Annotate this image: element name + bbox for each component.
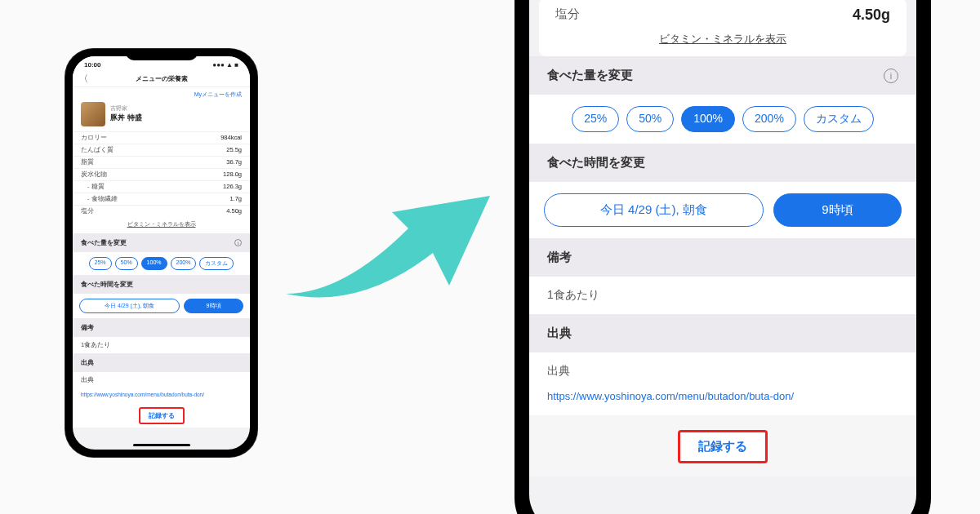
row-fat: 脂質36.7g — [73, 156, 250, 168]
amount-pills: 25% 50% 100% 200% カスタム — [73, 252, 250, 275]
notes-value: 1食あたり — [73, 337, 250, 353]
mymenu-link[interactable]: Myメニューを作成 — [73, 87, 250, 99]
big-pill-25[interactable]: 25% — [572, 106, 619, 132]
row-sugar: - 糖質126.3g — [73, 180, 250, 193]
big-vitamin-link[interactable]: ビタミン・ミネラルを表示 — [552, 27, 893, 48]
big-source-label: 出典 — [529, 352, 916, 390]
big-record-button[interactable]: 記録する — [678, 430, 768, 463]
food-name: 豚丼 特盛 — [110, 113, 142, 123]
big-pill-custom[interactable]: カスタム — [804, 106, 874, 132]
notch — [125, 49, 198, 60]
row-protein: たんぱく質25.5g — [73, 144, 250, 156]
row-salt: 塩分4.50g — [73, 205, 250, 217]
big-amount-pills: 25% 50% 100% 200% カスタム — [529, 95, 916, 144]
row-calorie: カロリー984kcal — [73, 131, 250, 144]
home-indicator — [133, 444, 190, 446]
big-btn-date-meal[interactable]: 今日 4/29 (土), 朝食 — [544, 193, 764, 227]
screen-big: 塩分4.50g ビタミン・ミネラルを表示 食べた量を変更i 25% 50% 10… — [529, 0, 916, 514]
phone-mockup-small: 10:00 ●●● ▲ ■ 〈 メニューの栄養素 Myメニューを作成 吉野家 豚… — [65, 49, 257, 457]
big-source-url[interactable]: https://www.yoshinoya.com/menu/butadon/b… — [529, 390, 916, 415]
big-pill-200[interactable]: 200% — [742, 106, 796, 132]
info-icon[interactable]: i — [884, 69, 898, 83]
btn-date-meal[interactable]: 今日 4/29 (土), 朝食 — [79, 299, 180, 313]
big-section-time: 食べた時間を変更 — [529, 144, 916, 182]
record-button[interactable]: 記録する — [139, 407, 185, 424]
big-section-source: 出典 — [529, 314, 916, 352]
pill-25[interactable]: 25% — [89, 257, 112, 270]
status-icons: ●●● ▲ ■ — [212, 61, 238, 69]
time-row: 今日 4/29 (土), 朝食 9時頃 — [73, 294, 250, 318]
back-icon[interactable]: 〈 — [79, 73, 88, 85]
source-url[interactable]: https://www.yoshinoya.com/menu/butadon/b… — [73, 388, 250, 402]
big-row-salt: 塩分4.50g — [552, 3, 893, 27]
vitamin-link[interactable]: ビタミン・ミネラルを表示 — [73, 217, 250, 233]
food-brand: 吉野家 — [110, 105, 142, 113]
big-section-notes: 備考 — [529, 238, 916, 277]
arrow-icon — [278, 155, 506, 318]
btn-hour[interactable]: 9時頃 — [184, 299, 243, 313]
section-notes: 備考 — [73, 318, 250, 337]
big-time-row: 今日 4/29 (土), 朝食 9時頃 — [529, 182, 916, 238]
status-time: 10:00 — [84, 61, 100, 69]
big-pill-50[interactable]: 50% — [626, 106, 674, 132]
row-fiber: - 食物繊維1.7g — [73, 193, 250, 205]
nav-bar: 〈 メニューの栄養素 — [73, 71, 250, 87]
pill-200[interactable]: 200% — [171, 257, 197, 270]
screen-small: 10:00 ●●● ▲ ■ 〈 メニューの栄養素 Myメニューを作成 吉野家 豚… — [73, 56, 250, 450]
pill-50[interactable]: 50% — [115, 257, 138, 270]
section-time: 食べた時間を変更 — [73, 275, 250, 294]
phone-mockup-big: 塩分4.50g ビタミン・ミネラルを表示 食べた量を変更i 25% 50% 10… — [514, 0, 931, 514]
section-amount: 食べた量を変更i — [73, 233, 250, 252]
food-header: 吉野家 豚丼 特盛 — [73, 99, 250, 131]
big-pill-100[interactable]: 100% — [681, 106, 735, 132]
section-source: 出典 — [73, 353, 250, 372]
source-label: 出典 — [73, 372, 250, 388]
big-record-wrap: 記録する — [529, 415, 916, 476]
big-section-amount: 食べた量を変更i — [529, 56, 916, 95]
nutrition-card-tail: 塩分4.50g ビタミン・ミネラルを表示 — [539, 0, 906, 56]
page-title: メニューの栄養素 — [136, 75, 188, 83]
pill-custom[interactable]: カスタム — [199, 257, 234, 270]
big-notes-value: 1食あたり — [529, 277, 916, 314]
info-icon[interactable]: i — [234, 239, 242, 246]
row-carb: 炭水化物128.0g — [73, 168, 250, 180]
pill-100[interactable]: 100% — [141, 257, 167, 270]
big-btn-hour[interactable]: 9時頃 — [773, 193, 902, 227]
food-thumbnail — [81, 102, 105, 126]
record-wrap: 記録する — [73, 402, 250, 428]
